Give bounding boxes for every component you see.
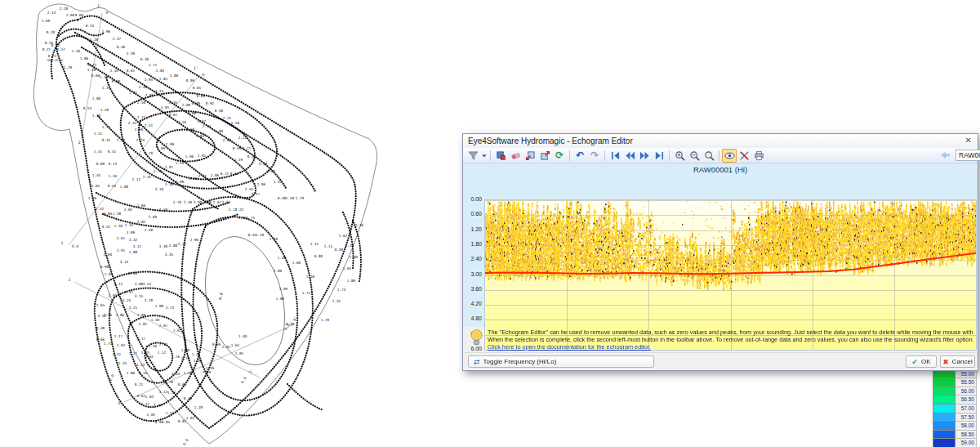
map-depth-label: 1.12 (158, 351, 167, 355)
zoom-reset-button[interactable] (702, 149, 716, 163)
go-last-button[interactable] (652, 149, 666, 163)
print-button[interactable] (751, 149, 766, 163)
map-depth-label: 1.50 (286, 196, 295, 200)
file-selector-value: RAW00001 (959, 151, 980, 159)
map-depth-label: 1.81 (105, 272, 114, 276)
map-depth-label: 2.91 (117, 248, 126, 253)
y-axis-tick-label: 1.80 (463, 241, 482, 247)
legend-row: 59.00 (933, 438, 980, 447)
import-box-button[interactable] (523, 149, 537, 163)
map-depth-label: 0.51 (108, 150, 117, 154)
map-depth-label: 1.87 (129, 91, 138, 95)
map-depth-label: 2.95 (145, 78, 154, 82)
map-depth-label: 1.85 (235, 351, 244, 355)
map-depth-label: 2.04 (104, 253, 113, 257)
map-depth-label: 3.38 (165, 182, 174, 186)
redo-button[interactable]: ↷ (587, 149, 602, 163)
bathymetry-map: 2.202.132.600.681.690.141.960.281.262.37… (0, 0, 384, 447)
map-depth-label: 2.69 (149, 215, 158, 219)
map-depth-label: 0.30 (335, 248, 344, 252)
previous-file-arrow-icon[interactable] (938, 149, 952, 163)
map-depth-label: 2.68 (223, 138, 232, 142)
print-icon (754, 150, 764, 161)
map-depth-label: 2.68 (188, 111, 197, 115)
map-depth-label: 1.19 (234, 158, 243, 162)
map-depth-label: 2.01 (222, 345, 231, 349)
map-depth-label: 3.18 (155, 187, 164, 191)
legend-color-swatch (933, 438, 956, 447)
toggle-frequency-button[interactable]: ⇄ Toggle Frequency (Hi/Lo) (468, 355, 654, 368)
map-depth-label: 1.50 (92, 114, 101, 118)
legend-depth-value: 58.50 (956, 430, 977, 439)
zoom-out-icon (689, 150, 700, 161)
map-depth-label: 2.73 (166, 306, 175, 310)
map-depth-label: 3.11 (133, 244, 142, 248)
export-box-button[interactable] (537, 149, 552, 163)
map-depth-label: 1.48 (278, 256, 287, 260)
filter-funnel-button[interactable] (466, 149, 480, 163)
map-depth-label: 1.71 (104, 342, 113, 346)
map-depth-label: 1.19 (270, 237, 278, 241)
refresh-button[interactable]: ⟳ (552, 149, 567, 163)
eraser-icon (510, 150, 521, 161)
map-depth-label: 0.69 (212, 342, 221, 346)
dialog-toolbar: ⟳↶↷ RAW00001 ▾ N/A N/A N/A (463, 148, 978, 163)
map-section-label: 1 (61, 241, 64, 245)
map-depth-label: 0.52 (102, 225, 111, 229)
map-depth-label: 1.75 (302, 291, 311, 295)
map-depth-label: 1.20 (194, 405, 203, 409)
dialog-titlebar[interactable]: Eye4Software Hydromagic - Echogram Edito… (463, 134, 978, 149)
map-depth-label: 2.12 (132, 177, 141, 181)
eye-button[interactable] (722, 149, 737, 163)
map-depth-label: 0.59 (233, 146, 242, 150)
map-depth-label: 2.66 (137, 203, 146, 208)
map-depth-label: 2.79 (145, 151, 154, 155)
map-section-label: 2 (78, 141, 81, 145)
map-depth-label: 1.36 (114, 224, 123, 228)
go-previous-button[interactable] (622, 149, 637, 163)
map-depth-label: 1.15 (310, 242, 319, 246)
map-depth-label: 1.62 (145, 355, 154, 359)
map-section-label: 0.0 (182, 438, 189, 446)
map-section-label: 0.0 (240, 376, 247, 384)
map-depth-label: 0.81 (127, 69, 136, 73)
map-depth-label: 2.71 (149, 63, 158, 67)
map-depth-label: 2.41 (245, 187, 254, 191)
map-depth-label: 0.49 (117, 45, 126, 49)
go-first-button[interactable] (608, 149, 622, 163)
delete-selection-icon (496, 150, 506, 161)
file-selector-combobox[interactable]: RAW00001 ▾ (956, 150, 980, 161)
map-depth-label: 1.35 (332, 299, 341, 303)
map-depth-label: 1.88 (127, 371, 136, 375)
echogram-title: RAW00001 (Hi) (463, 165, 978, 174)
close-icon[interactable]: ✕ (965, 136, 972, 145)
legend-row: 56.50 (933, 395, 980, 404)
cancel-button[interactable]: ✖ Cancel (940, 355, 975, 368)
zoom-in-button[interactable] (672, 149, 687, 163)
map-depth-label: 1.85 (159, 77, 168, 81)
map-depth-label: 1.56 (149, 344, 158, 348)
undo-button[interactable]: ↶ (572, 149, 587, 163)
go-next-button[interactable] (637, 149, 652, 163)
map-depth-label: 1.86 (80, 56, 89, 60)
legend-color-swatch (933, 387, 956, 396)
filter-caret-button[interactable] (480, 149, 488, 163)
filter-funnel-icon (468, 150, 479, 161)
map-depth-label: 2.46 (129, 271, 138, 275)
map-depth-label: 0.38 (140, 57, 149, 61)
delete-selection-button[interactable] (493, 149, 508, 163)
zoom-out-button[interactable] (687, 149, 702, 163)
tools-button[interactable] (737, 149, 751, 163)
map-depth-label: 1.37 (102, 86, 111, 90)
map-depth-label: 1.21 (192, 352, 201, 356)
map-depth-label: 3.17 (252, 192, 261, 196)
legend-depth-value: 55.50 (956, 378, 977, 387)
map-depth-label: 3.13 (120, 260, 129, 264)
toolbar-separator (569, 150, 570, 161)
map-depth-label: 0.65 (193, 86, 202, 90)
map-depth-label: 1.69 (42, 19, 51, 23)
map-depth-label: 0.86 (186, 78, 195, 83)
documentation-link[interactable]: Click here to open the documentation for… (488, 343, 651, 351)
ok-button[interactable]: ✔ OK (906, 355, 937, 368)
eraser-button[interactable] (508, 149, 523, 163)
